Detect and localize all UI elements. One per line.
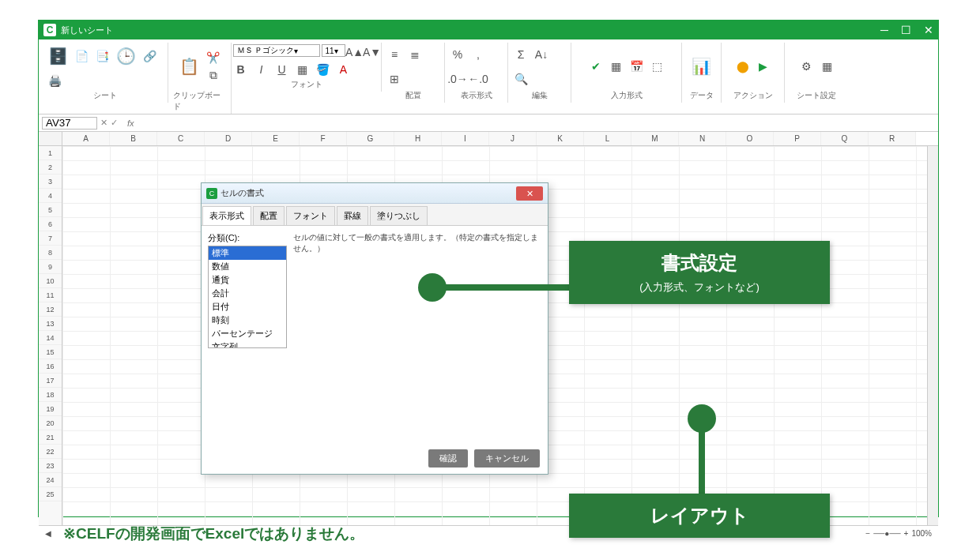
cancel-edit-icon[interactable]: ✕: [100, 118, 107, 128]
column-header[interactable]: L: [584, 132, 631, 145]
row-header[interactable]: 9: [39, 260, 62, 274]
column-header[interactable]: K: [537, 132, 584, 145]
row-header[interactable]: 16: [39, 359, 62, 374]
paste-icon[interactable]: 📋: [179, 55, 201, 77]
category-item[interactable]: 会計: [209, 287, 286, 300]
row-header[interactable]: 10: [39, 274, 62, 288]
dec-dec-icon[interactable]: ←.0: [470, 71, 486, 87]
category-item[interactable]: 時刻: [209, 314, 286, 327]
grid-icon[interactable]: ▦: [609, 58, 624, 74]
category-list[interactable]: 標準数値通貨会計日付時刻パーセンテージ文字列その他: [208, 246, 287, 348]
sheetset-icon[interactable]: ▦: [819, 58, 835, 74]
sum-icon[interactable]: Σ: [513, 47, 529, 62]
button-icon[interactable]: ⬚: [650, 58, 665, 74]
dialog-tab[interactable]: 罫線: [337, 206, 368, 225]
category-item[interactable]: 通貨: [209, 273, 286, 287]
percent-icon[interactable]: %: [450, 47, 466, 62]
confirm-edit-icon[interactable]: ✓: [111, 118, 118, 128]
font-name-select[interactable]: ＭＳ Ｐゴシック ▾: [233, 44, 320, 57]
column-header[interactable]: G: [347, 132, 394, 145]
category-item[interactable]: パーセンテージ: [209, 327, 286, 340]
row-header[interactable]: 12: [39, 302, 62, 317]
align-center-icon[interactable]: ≣: [407, 47, 423, 62]
category-item[interactable]: 数値: [209, 260, 286, 273]
column-header[interactable]: R: [869, 132, 916, 145]
row-header[interactable]: 24: [39, 473, 62, 487]
row-header[interactable]: 22: [39, 445, 62, 459]
column-header[interactable]: Q: [821, 132, 869, 145]
row-header[interactable]: 3: [39, 175, 62, 189]
category-item[interactable]: 標準: [209, 246, 286, 260]
italic-icon[interactable]: I: [254, 62, 270, 77]
comma-icon[interactable]: ,: [470, 47, 486, 62]
row-header[interactable]: 7: [39, 231, 62, 246]
column-header[interactable]: J: [489, 132, 537, 145]
row-header[interactable]: 14: [39, 331, 62, 345]
copy-sheet-icon[interactable]: 📑: [94, 48, 110, 64]
name-box[interactable]: [42, 117, 97, 130]
row-header[interactable]: 17: [39, 374, 62, 388]
column-header[interactable]: A: [62, 132, 110, 145]
print-icon[interactable]: 🖨️: [47, 73, 62, 88]
row-header[interactable]: 1: [39, 146, 62, 160]
sort-az-icon[interactable]: A↓: [533, 47, 549, 62]
column-header[interactable]: C: [157, 132, 205, 145]
row-header[interactable]: 13: [39, 317, 62, 331]
column-header[interactable]: N: [679, 132, 726, 145]
cancel-button[interactable]: キャンセル: [474, 449, 540, 468]
row-header[interactable]: 19: [39, 402, 62, 416]
dialog-tab[interactable]: 塗りつぶし: [370, 206, 428, 225]
category-item[interactable]: 日付: [209, 300, 286, 314]
font-shrink-icon[interactable]: A▼: [364, 44, 380, 60]
bold-icon[interactable]: B: [233, 62, 249, 77]
zoom-in-icon[interactable]: +: [904, 529, 909, 538]
dialog-close-button[interactable]: ✕: [516, 186, 543, 201]
row-header[interactable]: 15: [39, 345, 62, 359]
dialog-tab[interactable]: フォント: [286, 206, 335, 225]
row-header[interactable]: 23: [39, 459, 62, 473]
column-header[interactable]: B: [110, 132, 157, 145]
row-header[interactable]: 25: [39, 487, 62, 501]
font-grow-icon[interactable]: A▲: [347, 44, 363, 60]
fx-icon[interactable]: fx: [127, 118, 134, 128]
column-header[interactable]: M: [631, 132, 679, 145]
dialog-tab[interactable]: 配置: [253, 206, 285, 225]
row-header[interactable]: 21: [39, 430, 62, 445]
merge-icon[interactable]: ⊞: [386, 71, 402, 87]
column-header[interactable]: H: [394, 132, 442, 145]
calendar-icon[interactable]: 📅: [629, 58, 645, 74]
column-header[interactable]: P: [774, 132, 821, 145]
find-icon[interactable]: 🔍: [513, 71, 529, 87]
vertical-scrollbar[interactable]: [927, 146, 938, 525]
category-item[interactable]: 文字列: [209, 340, 286, 348]
db-icon[interactable]: 🗄️: [47, 45, 69, 67]
align-left-icon[interactable]: ≡: [386, 47, 402, 62]
column-header[interactable]: I: [442, 132, 489, 145]
gear-icon[interactable]: ⚙: [798, 58, 814, 74]
close-button[interactable]: ✕: [924, 24, 933, 36]
underline-icon[interactable]: U: [274, 62, 290, 77]
zoom-out-icon[interactable]: −: [865, 529, 870, 538]
dec-inc-icon[interactable]: .0→: [450, 71, 466, 87]
row-header[interactable]: 6: [39, 217, 62, 231]
data-icon[interactable]: 📊: [691, 55, 713, 77]
sheet-new-icon[interactable]: 📄: [74, 48, 89, 64]
copy-icon[interactable]: ⧉: [205, 67, 221, 83]
column-header[interactable]: F: [300, 132, 347, 145]
column-header[interactable]: D: [205, 132, 252, 145]
ok-button[interactable]: 確認: [428, 449, 468, 468]
hscroll-left-icon[interactable]: ◀: [45, 529, 51, 538]
row-header[interactable]: 4: [39, 189, 62, 203]
row-header[interactable]: 5: [39, 203, 62, 217]
select-all-corner[interactable]: [39, 132, 62, 145]
clock-icon[interactable]: 🕒: [115, 45, 137, 67]
row-header[interactable]: 8: [39, 246, 62, 260]
cut-icon[interactable]: ✂️: [205, 50, 221, 66]
column-header[interactable]: E: [252, 132, 300, 145]
fontcolor-icon[interactable]: A: [336, 62, 352, 77]
minimize-button[interactable]: ─: [880, 24, 888, 36]
column-header[interactable]: O: [726, 132, 774, 145]
row-header[interactable]: 20: [39, 416, 62, 430]
row-header[interactable]: 11: [39, 288, 62, 302]
border-icon[interactable]: ▦: [295, 62, 311, 77]
